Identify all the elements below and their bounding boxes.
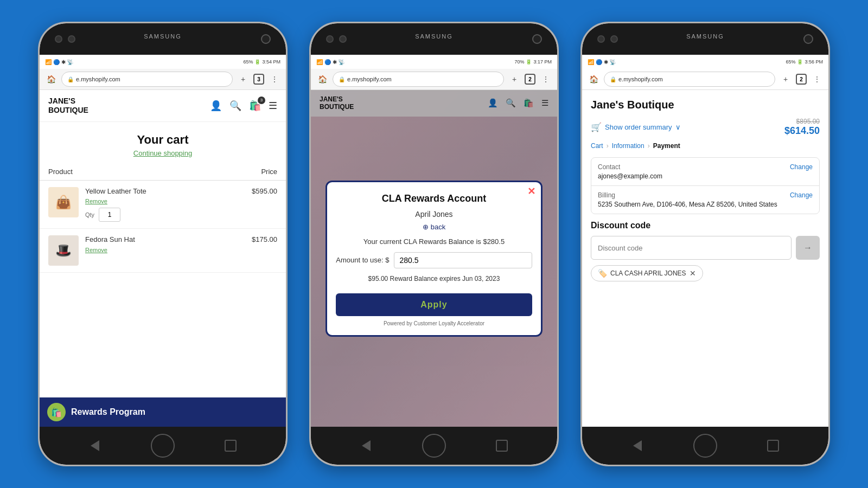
billing-info: Billing 5235 Southern Ave, D106-406, Mes…	[598, 191, 777, 208]
modal-amount-label: Amount to use: $	[336, 256, 389, 264]
product-table-header: Product Price	[40, 162, 286, 181]
nav-back-2[interactable]	[353, 438, 380, 454]
status-left-3: 📶 🔵 ✱ 📡	[588, 59, 616, 65]
nav-home-3[interactable]	[692, 438, 719, 454]
camera-dot-2	[68, 35, 75, 43]
camera-dot-1	[55, 35, 62, 43]
camera-dot-3	[326, 35, 334, 43]
modal-back-btn[interactable]: ⊕ back	[336, 223, 532, 231]
info-card: Contact ajones@example.com Change Billin…	[591, 157, 820, 214]
nav-home-2[interactable]	[420, 438, 448, 454]
cla-cash-tag: 🏷️ CLA CASH APRIL JONES ✕	[591, 265, 703, 281]
continue-shopping-link[interactable]: Continue shopping	[133, 149, 192, 157]
time-2: 3:17 PM	[533, 59, 552, 65]
tab-count-2[interactable]: 2	[525, 74, 535, 85]
browser-bar-1: 🏠 🔒 e.myshopify.com + 3 ⋮	[40, 69, 286, 90]
product-item-2: 🎩 Fedora Sun Hat Remove $175.00	[40, 229, 286, 273]
search-icon[interactable]: 🔍	[229, 100, 241, 112]
col-product: Product	[48, 168, 73, 176]
url-bar-3[interactable]: 🔒 e.myshopify.com	[604, 72, 775, 87]
battery-2: 70%	[514, 59, 524, 65]
status-left-2: 📶 🔵 ✱ 📡	[316, 59, 344, 65]
status-bar-3: 📶 🔵 ✱ 📡 65% 🔋 3:56 PM	[582, 55, 828, 69]
browser-bar-2: 🏠 🔒 e.myshopify.com + 2 ⋮	[311, 69, 557, 90]
cart-title-section: Your cart Continue shopping	[40, 122, 286, 162]
status-bar-2: 📶 🔵 ✱ 📡 70% 🔋 3:17 PM	[311, 55, 557, 69]
lock-icon-2: 🔒	[339, 76, 345, 82]
tag-remove-btn[interactable]: ✕	[690, 269, 696, 278]
new-tab-btn-1[interactable]: +	[236, 72, 250, 86]
modal-expire: $95.00 Reward Balance expires Jun 03, 20…	[336, 275, 532, 282]
account-icon[interactable]: 👤	[210, 100, 222, 112]
apply-button[interactable]: Apply	[336, 293, 532, 316]
nav-recent-3[interactable]	[760, 438, 787, 454]
cart-icon-sm: 🛒	[591, 122, 602, 132]
billing-address: 5235 Southern Ave, D106-406, Mesa AZ 852…	[598, 201, 777, 208]
nav-home-1[interactable]	[149, 438, 176, 454]
phone-3-screen: Jane's Boutique 🛒 Show order summary ∨ $…	[582, 90, 828, 427]
url-bar-1[interactable]: 🔒 e.myshopify.com	[61, 72, 233, 87]
breadcrumb-cart[interactable]: Cart	[591, 142, 603, 150]
phone-2-bg: JANE'S BOUTIQUE 👤 🔍 🛍️ ☰ ✕ CLA Rewards A…	[311, 90, 557, 427]
modal-amount-row: Amount to use: $	[336, 252, 532, 268]
status-bar-1: 📶 🔵 ✱ 📡 65% 🔋 3:54 PM	[40, 55, 286, 69]
modal-amount-input[interactable]	[394, 252, 532, 268]
product-item-1: 👜 Yellow Leather Tote Remove Qty $595.00	[40, 181, 286, 229]
samsung-label-1: SAMSUNG	[144, 33, 182, 40]
product-details-2: Fedora Sun Hat Remove	[85, 235, 245, 254]
phone-3-top-bezel: SAMSUNG	[582, 23, 828, 55]
camera-dot-4	[339, 35, 347, 43]
breadcrumb-information[interactable]: Information	[612, 142, 644, 150]
remove-link-2[interactable]: Remove	[85, 247, 107, 253]
discounted-price: $614.50	[784, 125, 820, 137]
show-order-summary-btn[interactable]: 🛒 Show order summary ∨	[591, 122, 681, 132]
tag-icon: 🏷️	[598, 269, 607, 278]
modal-close-btn[interactable]: ✕	[527, 187, 535, 196]
home-btn-1[interactable]: 🏠	[44, 72, 58, 86]
new-tab-btn-2[interactable]: +	[507, 72, 521, 86]
new-tab-btn-3[interactable]: +	[778, 72, 793, 86]
front-camera-3	[803, 34, 813, 44]
rewards-bar[interactable]: 🛍️ Rewards Program	[40, 397, 286, 427]
lock-icon-1: 🔒	[67, 76, 74, 82]
samsung-label-3: SAMSUNG	[686, 33, 724, 40]
samsung-label-2: SAMSUNG	[415, 33, 453, 40]
breadcrumb-sep-2: ›	[648, 142, 650, 150]
browser-bar-3: 🏠 🔒 e.myshopify.com + 2 ⋮	[582, 69, 828, 90]
modal-overlay: ✕ CLA Rewards Account April Jones ⊕ back…	[311, 90, 557, 427]
menu-btn-2[interactable]: ⋮	[539, 72, 553, 86]
menu-btn-1[interactable]: ⋮	[267, 72, 282, 86]
header-icons-1: 👤 🔍 🛍️ 3 ☰	[210, 100, 277, 112]
phone-1-screen: JANE'S BOUTIQUE 👤 🔍 🛍️ 3 ☰ Your cart Con…	[40, 90, 286, 427]
order-summary-label: Show order summary	[605, 123, 672, 131]
nav-back-1[interactable]	[81, 438, 108, 454]
nav-recent-1[interactable]	[217, 438, 244, 454]
remove-link-1[interactable]: Remove	[85, 198, 107, 204]
menu-btn-3[interactable]: ⋮	[810, 72, 824, 86]
p3-content: Jane's Boutique 🛒 Show order summary ∨ $…	[582, 90, 828, 427]
tab-count-1[interactable]: 3	[253, 74, 264, 85]
home-btn-3[interactable]: 🏠	[586, 72, 601, 86]
discount-apply-btn[interactable]: →	[796, 236, 820, 260]
billing-change-link[interactable]: Change	[790, 191, 813, 199]
product-name-1: Yellow Leather Tote	[85, 187, 245, 196]
nav-back-3[interactable]	[624, 438, 651, 454]
status-icons-2: 70% 🔋 3:17 PM	[514, 59, 552, 65]
menu-icon[interactable]: ☰	[269, 100, 277, 112]
camera-dot-6	[610, 35, 618, 43]
contact-email: ajones@example.com	[598, 172, 662, 180]
product-img-2: 🎩	[48, 235, 79, 266]
discount-input[interactable]	[591, 236, 792, 260]
contact-change-link[interactable]: Change	[790, 163, 813, 171]
cart-icon[interactable]: 🛍️ 3	[249, 100, 261, 112]
phone-2: SAMSUNG 📶 🔵 ✱ 📡 70% 🔋 3:17 PM 🏠 🔒 e.mysh…	[309, 22, 559, 466]
home-btn-2[interactable]: 🏠	[315, 72, 329, 86]
url-bar-2[interactable]: 🔒 e.myshopify.com	[333, 72, 504, 87]
tab-count-3[interactable]: 2	[796, 74, 807, 85]
qty-input-1[interactable]	[99, 208, 120, 222]
phone-1-top-bezel: SAMSUNG	[40, 23, 286, 55]
order-summary-row: 🛒 Show order summary ∨ $895.00 $614.50	[591, 118, 820, 137]
modal-title: CLA Rewards Account	[336, 193, 532, 204]
product-price-1: $595.00	[252, 187, 277, 195]
nav-recent-2[interactable]	[488, 438, 515, 454]
